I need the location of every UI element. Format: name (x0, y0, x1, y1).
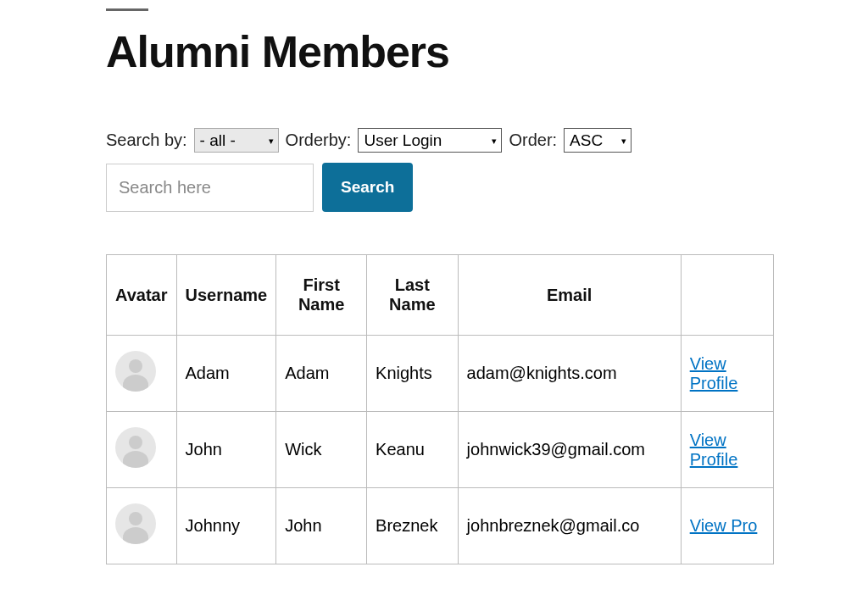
email-cell: johnbreznek@gmail.co (458, 488, 681, 564)
order-select[interactable]: ASC (564, 128, 632, 153)
first-name-cell: John (276, 488, 367, 564)
last-name-cell: Knights (367, 336, 459, 412)
page-container: Alumni Members Search by: - all - Orderb… (106, 0, 868, 564)
header-action (681, 255, 773, 336)
email-cell: adam@knights.com (458, 336, 681, 412)
username-cell: John (176, 412, 276, 488)
username-cell: Johnny (176, 488, 276, 564)
order-select-wrap: ASC (564, 128, 632, 153)
header-last-name: Last Name (367, 255, 459, 336)
avatar-cell (107, 412, 177, 488)
title-divider (106, 8, 148, 11)
action-cell: View Pro (681, 488, 773, 564)
orderby-label: Orderby: (286, 131, 352, 150)
avatar-icon (115, 503, 156, 544)
filter-bar: Search by: - all - Orderby: User Login O… (106, 128, 868, 212)
last-name-cell: Breznek (367, 488, 459, 564)
action-cell: View Profile (681, 336, 773, 412)
search-input[interactable] (106, 164, 314, 212)
page-title: Alumni Members (106, 26, 868, 77)
first-name-cell: Adam (276, 336, 367, 412)
orderby-select[interactable]: User Login (358, 128, 502, 153)
header-username: Username (176, 255, 276, 336)
username-cell: Adam (176, 336, 276, 412)
table-row: Johnny John Breznek johnbreznek@gmail.co… (107, 488, 774, 564)
header-avatar: Avatar (107, 255, 177, 336)
view-profile-link[interactable]: View Profile (690, 431, 738, 469)
table-header-row: Avatar Username First Name Last Name Ema… (107, 255, 774, 336)
avatar-icon (115, 351, 156, 392)
orderby-select-wrap: User Login (358, 128, 502, 153)
header-first-name: First Name (276, 255, 367, 336)
first-name-cell: Wick (276, 412, 367, 488)
table-row: John Wick Keanu johnwick39@gmail.com Vie… (107, 412, 774, 488)
last-name-cell: Keanu (367, 412, 459, 488)
order-label: Order: (509, 131, 557, 150)
search-by-select-wrap: - all - (194, 128, 279, 153)
search-by-label: Search by: (106, 131, 187, 150)
avatar-icon (115, 427, 156, 468)
search-by-select[interactable]: - all - (194, 128, 279, 153)
view-profile-link[interactable]: View Pro (690, 516, 758, 535)
table-row: Adam Adam Knights adam@knights.com View … (107, 336, 774, 412)
view-profile-link[interactable]: View Profile (690, 354, 738, 392)
avatar-cell (107, 488, 177, 564)
action-cell: View Profile (681, 412, 773, 488)
search-button[interactable]: Search (322, 163, 413, 212)
header-email: Email (458, 255, 681, 336)
email-cell: johnwick39@gmail.com (458, 412, 681, 488)
search-row: Search (106, 163, 868, 212)
avatar-cell (107, 336, 177, 412)
alumni-table: Avatar Username First Name Last Name Ema… (106, 254, 774, 564)
